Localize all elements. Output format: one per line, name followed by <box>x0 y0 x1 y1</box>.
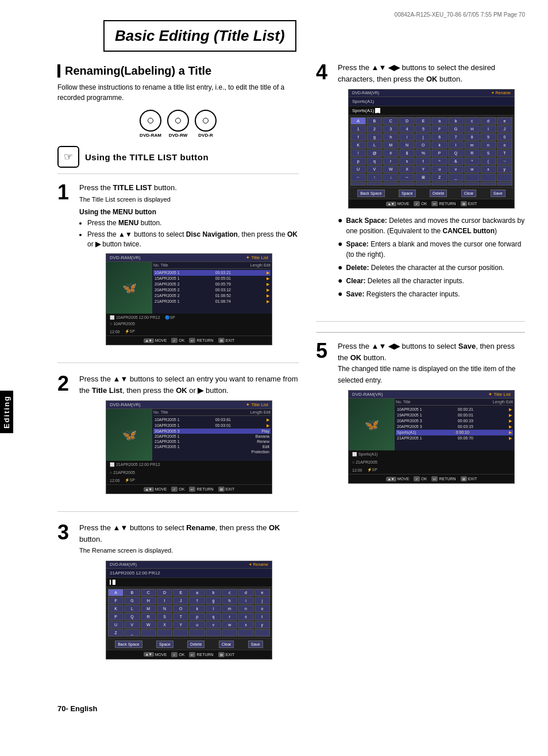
step-3: 3 Press the ▲▼ buttons to select Rename,… <box>57 522 299 677</box>
clear-btn-4[interactable]: Clear <box>461 190 477 197</box>
save-btn[interactable]: Save <box>248 641 263 648</box>
left-column: Renaming(Labeling) a Title Follow these … <box>57 62 299 687</box>
step-4-bullets: ● Back Space: Deletes and moves the curs… <box>338 215 525 299</box>
bullet-delete: ● Delete: Deletes the character at the c… <box>338 263 525 273</box>
step-4-text: Press the ▲▼ ◀▶ buttons to select the de… <box>338 62 525 84</box>
dvd-ram-icon <box>140 110 161 132</box>
space-btn[interactable]: Space <box>156 641 173 648</box>
step-2: 2 Press the ▲▼ buttons to select an entr… <box>57 373 299 512</box>
dvd-rw-icon <box>167 110 189 132</box>
rename-actions: Back Space Space Delete Clear Save <box>106 638 272 650</box>
delete-btn[interactable]: Delete <box>187 641 204 648</box>
step-4: 4 Press the ▲▼ ◀▶ buttons to select the … <box>316 62 525 322</box>
step-5-text: Press the ▲▼ ◀▶ buttons to select Save, … <box>338 341 525 385</box>
bullet-backspace: ● Back Space: Deletes and moves the curs… <box>338 215 525 236</box>
char-grid-4: ABCDE abcde 12345 FGHIJ fghij 67890 KLMN… <box>349 115 514 187</box>
dvd-thumb-1: 🦋 <box>106 262 152 314</box>
back-space-btn[interactable]: Back Space <box>115 641 142 648</box>
dvd-r-icon <box>195 110 217 132</box>
file-info: 00842A-R125-XEU_70-86 6/7/05 7:55 PM Pag… <box>395 11 525 18</box>
clear-btn[interactable]: Clear <box>219 641 234 648</box>
step-3-text: Press the ▲▼ buttons to select Rename, t… <box>79 522 299 556</box>
step-1: 1 Press the TITLE LIST button. The Title… <box>57 182 299 363</box>
page-footer: 70- English <box>57 704 525 713</box>
dvd-ram-label: DVD-RAM <box>140 133 161 138</box>
bullet-clear: ● Clear: Deletes all the character input… <box>338 276 525 286</box>
dvd-list-5: No. TitleLength Edit 10APR2005 100:00:21… <box>395 399 514 450</box>
step-2-number: 2 <box>57 373 74 394</box>
renaming-heading: Renaming(Labeling) a Title <box>57 64 299 78</box>
page-title-box: Basic Editing (Title List) <box>103 20 296 52</box>
dvd-screen-step2: DVD-RAM(VR) ✦ Title List 🦋 No. TitleLeng… <box>106 400 272 494</box>
step-1-menu-list: Press the MENU button. Press the ▲▼ butt… <box>87 218 299 249</box>
page-title: Basic Editing (Title List) <box>115 27 285 45</box>
renaming-sub: Follow these instructions to rename a ti… <box>57 82 299 103</box>
dvd-screen-step1: DVD-RAM(VR) ✦ Title List 🦋 No. TitleLeng… <box>106 253 272 345</box>
dvd-thumb-2: 🦋 <box>106 409 152 461</box>
step-5: 5 Press the ▲▼ ◀▶ buttons to select Save… <box>316 341 525 501</box>
back-space-btn-4[interactable]: Back Space <box>357 190 384 197</box>
dvd-list-1: No. TitleLength Edit 10APR2005 100:03:21… <box>152 262 272 314</box>
char-grid: ABCDE abcde FGHIJ fghij KLMNO klmno PQRS… <box>106 587 272 638</box>
using-title-text: Using the TITLE LIST button <box>85 152 209 162</box>
save-btn-4[interactable]: Save <box>491 190 505 197</box>
rename-actions-4: Back Space Space Delete Clear Save <box>349 187 514 199</box>
space-btn-4[interactable]: Space <box>399 190 416 197</box>
sidebar-tab: Editing <box>0 391 13 433</box>
dvd-list-2: No. TitleLength Edit 10APR2005 100:03:81… <box>152 409 272 461</box>
dvd-screen-step5: DVD-RAM(VR) ✦ Title List 🦋 No. TitleLeng… <box>348 390 515 484</box>
dvd-screen-step3: DVD-RAM(VR) ✦ Rename 21APR2005 12:00 PR1… <box>106 561 272 659</box>
using-menu-sub: Using the MENU button <box>79 208 299 216</box>
step-1-text: Press the TITLE LIST button. The Title L… <box>79 182 299 205</box>
step-3-number: 3 <box>57 522 74 543</box>
bullet-space: ● Space: Enters a blank and moves the cu… <box>338 239 525 260</box>
step-1-number: 1 <box>57 182 74 203</box>
using-title-section: ☞ Using the TITLE LIST button <box>57 146 299 174</box>
dvd-screen-step4: DVD-RAM(VR) ✦ Rename Sports(A1) Sports(A… <box>348 89 515 209</box>
delete-btn-4[interactable]: Delete <box>430 190 447 197</box>
rename-entry-4[interactable]: Sports(A1) _ <box>349 106 514 115</box>
dvd-thumb-5: 🦋 <box>349 399 395 450</box>
right-column: 4 Press the ▲▼ ◀▶ buttons to select the … <box>316 62 525 687</box>
step-4-number: 4 <box>316 62 332 83</box>
disc-icons-row: DVD-RAM DVD-RW DVD-R <box>57 110 299 138</box>
step-5-number: 5 <box>316 341 332 361</box>
rename-entry[interactable]: ▌ <box>106 578 272 587</box>
hand-icon: ☞ <box>57 146 79 168</box>
dvd-rw-label: DVD-RW <box>169 133 188 138</box>
step-2-text: Press the ▲▼ buttons to select an entry … <box>79 373 299 396</box>
bullet-save: ● Save: Registers the character inputs. <box>338 289 525 299</box>
dvd-r-label: DVD-R <box>198 133 213 138</box>
page-header: 00842A-R125-XEU_70-86 6/7/05 7:55 PM Pag… <box>23 11 525 18</box>
